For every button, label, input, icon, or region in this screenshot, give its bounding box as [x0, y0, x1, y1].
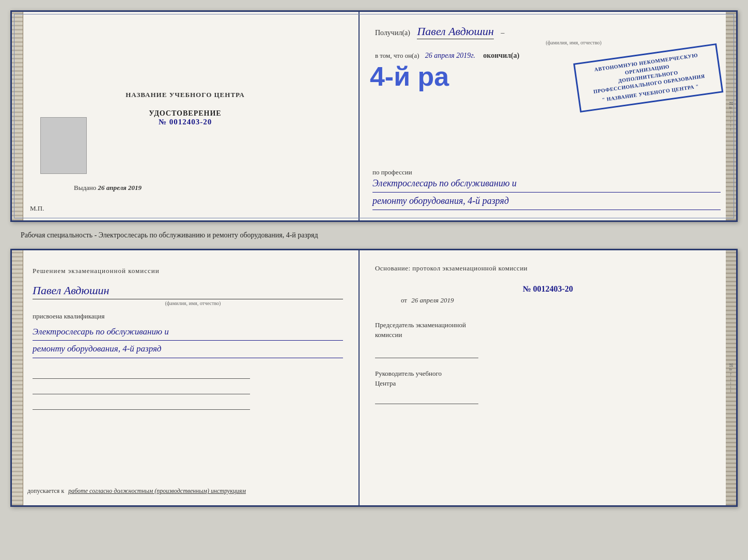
po-professii-label: по профессии [372, 168, 412, 177]
osnovanie-text: Основание: протокол экзаменационной коми… [375, 263, 721, 274]
photo-placeholder [40, 117, 87, 174]
bottom-left-panel: Решением экзаменационной комиссии Павел … [12, 250, 360, 505]
rukovoditel-sig-line [375, 391, 478, 404]
top-certificate: НАЗВАНИЕ УЧЕБНОГО ЦЕНТРА УДОСТОВЕРЕНИЕ №… [10, 10, 738, 222]
dopusk-text: работе согласно должностным (производств… [68, 487, 246, 494]
right-border-decoration: И а ← – – – – [726, 12, 736, 220]
sig-line-1 [33, 366, 250, 379]
kval-line1: Электрослесарь по обслуживанию и [33, 325, 343, 341]
ot-date-line: от 26 апреля 2019 [375, 296, 721, 305]
bottom-person-name: Павел Авдюшин [33, 284, 343, 299]
fio-label-bottom: (фамилия, имя, отчество) [43, 300, 343, 306]
completion-date: 26 апреля 2019г. [425, 52, 475, 59]
bottom-right-panel: Основание: протокол экзаменационной коми… [360, 250, 736, 505]
qualification-text: Электрослесарь по обслуживанию и ремонту… [33, 325, 343, 359]
ot-prefix: от [401, 296, 407, 304]
udostoverenie-block: УДОСТОВЕРЕНИЕ № 0012403-20 [149, 109, 221, 126]
predsedatel-block: Председатель экзаменационной комиссии [375, 320, 721, 340]
sig-line-3 [33, 397, 250, 410]
vydano-line: Выдано 26 апреля 2019 [74, 184, 142, 192]
rukovoditel-line1: Руководитель учебного [375, 370, 442, 377]
kval-line2: ремонту оборудования, 4-й разряд [33, 342, 343, 358]
fio-label-top: (фамилия, имя, отчество) [427, 40, 721, 45]
specialty-description: Рабочая специальность - Электрослесарь п… [21, 231, 318, 239]
udostoverenie-label: УДОСТОВЕРЕНИЕ [149, 109, 221, 118]
profession-text: Электрослесарь по обслуживанию и ремонту… [372, 176, 721, 210]
profession-line1: Электрослесарь по обслуживанию и [372, 176, 721, 193]
resheniem-text: Решением экзаменационной комиссии [33, 267, 160, 275]
bottom-certificate: Решением экзаменационной комиссии Павел … [10, 249, 738, 507]
vydano-date: 26 апреля 2019 [98, 184, 142, 191]
recipient-name: Павел Авдюшин [417, 25, 493, 39]
side-chars-top: И а ← – – – – [728, 102, 734, 131]
predsedatel-sig-line [375, 345, 478, 358]
big-number-watermark: 4-й ра [370, 61, 449, 92]
ot-date: 26 апреля 2019 [411, 296, 454, 304]
cert-left-panel: НАЗВАНИЕ УЧЕБНОГО ЦЕНТРА УДОСТОВЕРЕНИЕ №… [12, 12, 360, 220]
poluchil-prefix: Получил(а) [375, 29, 410, 37]
prisvoena-label: присвоена квалификация [33, 312, 343, 321]
side-chars-bottom: И а ← – – – – [728, 363, 734, 393]
training-center-title: НАЗВАНИЕ УЧЕБНОГО ЦЕНТРА [126, 91, 245, 99]
bottom-right-border: И а ← – – – – [726, 250, 736, 505]
signature-lines [33, 366, 343, 410]
profession-line2: ремонту оборудования, 4-й разряд [372, 194, 721, 210]
okonchil-label: окончил(а) [483, 52, 519, 59]
dopuskaetsya-block: допускается к работе согласно должностны… [27, 487, 348, 495]
poluchil-line: Получил(а) Павел Авдюшин – [375, 25, 721, 38]
mp-label: М.П. [30, 204, 44, 213]
sig-line-2 [33, 381, 250, 394]
middle-description: Рабочая специальность - Электрослесарь п… [10, 227, 738, 244]
resheniem-title: Решением экзаменационной комиссии [33, 266, 343, 276]
cert-number: № 0012403-20 [149, 118, 221, 126]
rukovoditel-line2: Центра [375, 379, 396, 387]
dopusk-prefix: допускается к [27, 487, 64, 494]
rukovoditel-block: Руководитель учебного Центра [375, 369, 721, 389]
cert-right-panel: Получил(а) Павел Авдюшин – (фамилия, имя… [360, 12, 736, 220]
v-tom-chto-prefix: в том, что он(а) [375, 52, 419, 59]
predsedatel-line1: Председатель экзаменационной [375, 321, 466, 329]
predsedatel-line2: комиссии [375, 331, 402, 339]
protocol-number: № 0012403-20 [375, 284, 721, 294]
dash-separator: – [501, 29, 504, 37]
vydano-label: Выдано [74, 184, 96, 191]
page-wrapper: НАЗВАНИЕ УЧЕБНОГО ЦЕНТРА УДОСТОВЕРЕНИЕ №… [10, 10, 738, 507]
